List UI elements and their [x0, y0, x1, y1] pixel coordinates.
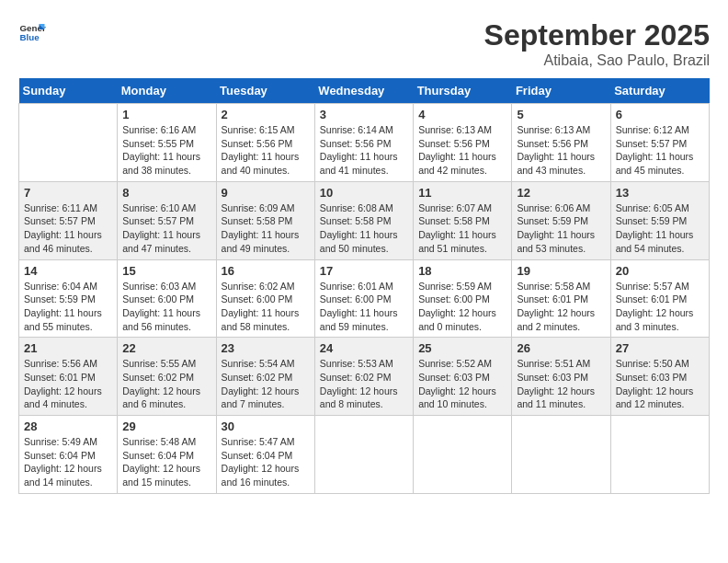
day-number: 1: [122, 108, 210, 121]
calendar-cell: 26Sunrise: 5:51 AM Sunset: 6:03 PM Dayli…: [512, 338, 610, 416]
day-number: 2: [222, 108, 310, 121]
day-number: 24: [320, 341, 408, 355]
calendar-cell: [512, 416, 610, 494]
calendar-cell: 29Sunrise: 5:48 AM Sunset: 6:04 PM Dayli…: [118, 416, 216, 494]
calendar-cell: 30Sunrise: 5:47 AM Sunset: 6:04 PM Dayli…: [216, 416, 314, 494]
day-info: Sunrise: 6:05 AM Sunset: 5:59 PM Dayligh…: [616, 201, 704, 256]
day-number: 25: [418, 341, 506, 355]
calendar-day-header: Sunday: [19, 78, 118, 104]
day-number: 11: [418, 186, 506, 200]
day-number: 15: [122, 264, 210, 278]
calendar-cell: 11Sunrise: 6:07 AM Sunset: 5:58 PM Dayli…: [414, 181, 512, 259]
day-info: Sunrise: 6:11 AM Sunset: 5:57 PM Dayligh…: [24, 201, 112, 256]
calendar-week-row: 14Sunrise: 6:04 AM Sunset: 5:59 PM Dayli…: [19, 259, 710, 338]
day-number: 18: [418, 264, 506, 278]
day-number: 10: [320, 186, 408, 200]
day-number: 5: [517, 108, 605, 121]
page-header: General Blue September 2025 Atibaia, Sao…: [18, 18, 710, 69]
calendar-cell: 2Sunrise: 6:15 AM Sunset: 5:56 PM Daylig…: [216, 104, 314, 182]
day-info: Sunrise: 6:15 AM Sunset: 5:56 PM Dayligh…: [222, 123, 310, 178]
calendar-cell: 19Sunrise: 5:58 AM Sunset: 6:01 PM Dayli…: [512, 259, 610, 338]
calendar-cell: 28Sunrise: 5:49 AM Sunset: 6:04 PM Dayli…: [19, 416, 118, 494]
day-info: Sunrise: 6:02 AM Sunset: 6:00 PM Dayligh…: [222, 280, 310, 334]
day-info: Sunrise: 6:13 AM Sunset: 5:56 PM Dayligh…: [418, 123, 506, 178]
calendar-cell: [414, 416, 512, 494]
day-number: 20: [616, 264, 704, 278]
svg-text:Blue: Blue: [20, 32, 40, 42]
page-title: September 2025: [484, 18, 710, 52]
calendar-cell: [314, 416, 413, 494]
calendar-cell: 20Sunrise: 5:57 AM Sunset: 6:01 PM Dayli…: [610, 259, 709, 338]
calendar-cell: 23Sunrise: 5:54 AM Sunset: 6:02 PM Dayli…: [216, 338, 314, 416]
calendar-cell: 18Sunrise: 5:59 AM Sunset: 6:00 PM Dayli…: [414, 259, 512, 338]
day-info: Sunrise: 6:04 AM Sunset: 5:59 PM Dayligh…: [24, 280, 112, 334]
calendar-cell: 4Sunrise: 6:13 AM Sunset: 5:56 PM Daylig…: [414, 104, 512, 182]
calendar-week-row: 7Sunrise: 6:11 AM Sunset: 5:57 PM Daylig…: [19, 181, 710, 259]
page-subtitle: Atibaia, Sao Paulo, Brazil: [484, 52, 710, 69]
day-info: Sunrise: 6:14 AM Sunset: 5:56 PM Dayligh…: [320, 123, 408, 178]
calendar-day-header: Friday: [512, 78, 610, 104]
day-number: 4: [418, 108, 506, 121]
day-info: Sunrise: 5:52 AM Sunset: 6:03 PM Dayligh…: [418, 357, 506, 411]
day-info: Sunrise: 5:49 AM Sunset: 6:04 PM Dayligh…: [24, 435, 112, 489]
day-number: 26: [517, 341, 605, 355]
day-number: 19: [517, 264, 605, 278]
calendar-day-header: Monday: [118, 78, 216, 104]
day-info: Sunrise: 6:07 AM Sunset: 5:58 PM Dayligh…: [418, 201, 506, 256]
calendar-cell: 7Sunrise: 6:11 AM Sunset: 5:57 PM Daylig…: [19, 181, 118, 259]
day-info: Sunrise: 5:51 AM Sunset: 6:03 PM Dayligh…: [517, 357, 605, 411]
calendar-cell: 17Sunrise: 6:01 AM Sunset: 6:00 PM Dayli…: [314, 259, 413, 338]
calendar-day-header: Saturday: [610, 78, 709, 104]
day-number: 23: [222, 341, 310, 355]
logo: General Blue: [18, 18, 46, 46]
day-number: 21: [24, 341, 112, 355]
calendar-cell: 24Sunrise: 5:53 AM Sunset: 6:02 PM Dayli…: [314, 338, 413, 416]
day-info: Sunrise: 6:12 AM Sunset: 5:57 PM Dayligh…: [616, 123, 704, 178]
day-number: 7: [24, 186, 112, 200]
calendar-header-row: SundayMondayTuesdayWednesdayThursdayFrid…: [19, 78, 710, 104]
day-number: 29: [122, 419, 210, 433]
day-number: 14: [24, 264, 112, 278]
day-number: 30: [222, 419, 310, 433]
calendar-cell: 13Sunrise: 6:05 AM Sunset: 5:59 PM Dayli…: [610, 181, 709, 259]
day-info: Sunrise: 5:55 AM Sunset: 6:02 PM Dayligh…: [122, 357, 210, 411]
day-info: Sunrise: 6:13 AM Sunset: 5:56 PM Dayligh…: [517, 123, 605, 178]
day-info: Sunrise: 6:03 AM Sunset: 6:00 PM Dayligh…: [122, 280, 210, 334]
day-info: Sunrise: 5:53 AM Sunset: 6:02 PM Dayligh…: [320, 357, 408, 411]
calendar-week-row: 21Sunrise: 5:56 AM Sunset: 6:01 PM Dayli…: [19, 338, 710, 416]
day-number: 8: [122, 186, 210, 200]
day-number: 13: [616, 186, 704, 200]
calendar-cell: 12Sunrise: 6:06 AM Sunset: 5:59 PM Dayli…: [512, 181, 610, 259]
day-info: Sunrise: 6:10 AM Sunset: 5:57 PM Dayligh…: [122, 201, 210, 256]
calendar-cell: 5Sunrise: 6:13 AM Sunset: 5:56 PM Daylig…: [512, 104, 610, 182]
day-number: 16: [222, 264, 310, 278]
calendar-cell: 1Sunrise: 6:16 AM Sunset: 5:55 PM Daylig…: [118, 104, 216, 182]
calendar-day-header: Tuesday: [216, 78, 314, 104]
calendar-cell: 10Sunrise: 6:08 AM Sunset: 5:58 PM Dayli…: [314, 181, 413, 259]
calendar-cell: 22Sunrise: 5:55 AM Sunset: 6:02 PM Dayli…: [118, 338, 216, 416]
calendar-cell: 6Sunrise: 6:12 AM Sunset: 5:57 PM Daylig…: [610, 104, 709, 182]
day-info: Sunrise: 5:56 AM Sunset: 6:01 PM Dayligh…: [24, 357, 112, 411]
day-info: Sunrise: 5:48 AM Sunset: 6:04 PM Dayligh…: [122, 435, 210, 489]
day-info: Sunrise: 6:16 AM Sunset: 5:55 PM Dayligh…: [122, 123, 210, 178]
day-info: Sunrise: 5:50 AM Sunset: 6:03 PM Dayligh…: [616, 357, 704, 411]
calendar-week-row: 1Sunrise: 6:16 AM Sunset: 5:55 PM Daylig…: [19, 104, 710, 182]
calendar-cell: [610, 416, 709, 494]
day-info: Sunrise: 5:57 AM Sunset: 6:01 PM Dayligh…: [616, 280, 704, 334]
day-number: 17: [320, 264, 408, 278]
calendar-body: 1Sunrise: 6:16 AM Sunset: 5:55 PM Daylig…: [19, 104, 710, 494]
day-number: 28: [24, 419, 112, 433]
day-info: Sunrise: 6:01 AM Sunset: 6:00 PM Dayligh…: [320, 280, 408, 334]
calendar-cell: 9Sunrise: 6:09 AM Sunset: 5:58 PM Daylig…: [216, 181, 314, 259]
calendar-cell: 21Sunrise: 5:56 AM Sunset: 6:01 PM Dayli…: [19, 338, 118, 416]
calendar-day-header: Wednesday: [314, 78, 413, 104]
day-number: 9: [222, 186, 310, 200]
day-info: Sunrise: 5:47 AM Sunset: 6:04 PM Dayligh…: [222, 435, 310, 489]
calendar-day-header: Thursday: [414, 78, 512, 104]
calendar-cell: [19, 104, 118, 182]
calendar-cell: 15Sunrise: 6:03 AM Sunset: 6:00 PM Dayli…: [118, 259, 216, 338]
day-number: 12: [517, 186, 605, 200]
calendar-cell: 14Sunrise: 6:04 AM Sunset: 5:59 PM Dayli…: [19, 259, 118, 338]
day-info: Sunrise: 5:54 AM Sunset: 6:02 PM Dayligh…: [222, 357, 310, 411]
title-block: September 2025 Atibaia, Sao Paulo, Brazi…: [484, 18, 710, 69]
